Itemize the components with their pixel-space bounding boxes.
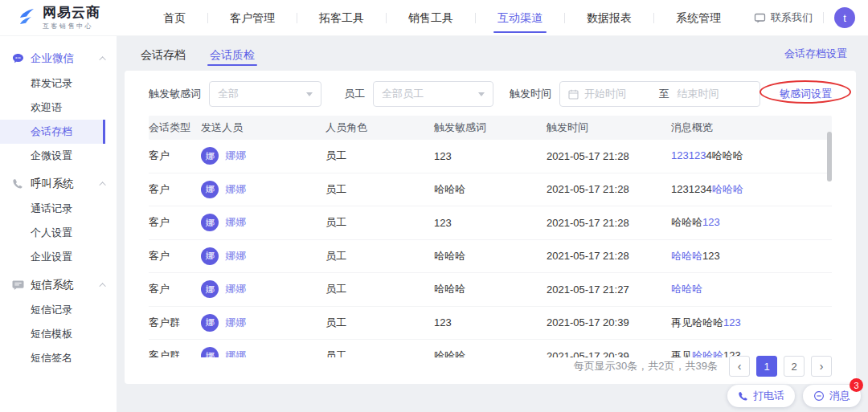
sensitive-word-select[interactable]: 全部 — [209, 81, 321, 107]
table-header-cell-3: 触发敏感词 — [434, 120, 547, 135]
phone-icon — [11, 177, 24, 190]
nav-item-5[interactable]: 数据报表 — [565, 0, 653, 35]
highlighted-word: 哈哈哈 — [671, 283, 702, 295]
cell-sender: 娜娜娜 — [201, 347, 326, 357]
table-header-cell-5: 消息概览 — [671, 120, 832, 135]
cell-conversation-type: 客户 — [149, 182, 201, 197]
cell-message-preview[interactable]: 1231234哈哈哈 — [671, 149, 832, 163]
row-avatar: 娜 — [201, 181, 219, 198]
staff-select[interactable]: 全部员工 — [373, 81, 493, 107]
cell-sender: 娜娜娜 — [201, 147, 326, 165]
topbar-right: 联系我们 t — [754, 7, 868, 28]
chevron-up-icon — [99, 182, 105, 188]
sender-name-link[interactable]: 娜娜 — [225, 182, 246, 197]
cell-conversation-type: 客户 — [149, 215, 201, 230]
table-header-cell-4: 触发时间 — [547, 120, 671, 135]
prev-page-button[interactable]: ‹ — [729, 356, 750, 377]
call-button[interactable]: 打电话 — [727, 385, 795, 407]
sender-name-link[interactable]: 娜娜 — [225, 316, 246, 330]
tab-0[interactable]: 会话存档 — [141, 36, 186, 71]
staff-select-value: 全部员工 — [382, 87, 424, 101]
nav-item-0[interactable]: 首页 — [141, 0, 207, 35]
highlighted-word: 哈哈哈 — [712, 183, 743, 195]
sidebar-item-2-2[interactable]: 短信签名 — [0, 346, 117, 370]
nav-item-2[interactable]: 拓客工具 — [297, 0, 386, 35]
sidebar-group-0[interactable]: 企业微信 — [0, 46, 117, 71]
nav-item-4[interactable]: 互动渠道 — [476, 0, 564, 35]
cell-sender: 娜娜娜 — [201, 280, 326, 298]
contact-us-link[interactable]: 联系我们 — [754, 10, 813, 25]
sender-name-link[interactable]: 娜娜 — [225, 215, 246, 230]
cell-sensitive-word: 哈哈哈 — [434, 182, 547, 197]
sidebar-item-1-2[interactable]: 企业设置 — [0, 245, 117, 269]
end-time-placeholder: 结束时间 — [678, 87, 752, 101]
cell-sender: 娜娜娜 — [201, 181, 326, 198]
sensitive-word-select-value: 全部 — [218, 87, 239, 101]
sidebar-item-0-3[interactable]: 企微设置 — [0, 144, 117, 168]
nav-item-1[interactable]: 客户管理 — [208, 0, 297, 35]
sender-name-link[interactable]: 娜娜 — [225, 282, 246, 296]
table-row: 客户娜娜娜员工1232021-05-17 21:28哈哈哈123 — [149, 206, 832, 240]
sender-name-link[interactable]: 娜娜 — [225, 349, 246, 357]
next-page-button[interactable]: › — [811, 356, 832, 377]
sender-name-link[interactable]: 娜娜 — [225, 149, 246, 163]
sidebar-item-0-1[interactable]: 欢迎语 — [0, 96, 117, 120]
tab-1[interactable]: 会话质检 — [210, 36, 255, 71]
call-button-label: 打电话 — [753, 389, 784, 403]
topbar-divider — [823, 12, 824, 23]
table-row: 客户群娜娜娜员工1232021-05-17 20:39再见哈哈哈123 — [149, 307, 832, 341]
message-button[interactable]: 消息 3 — [803, 385, 861, 407]
sidebar-item-2-0[interactable]: 短信记录 — [0, 298, 117, 322]
cell-conversation-type: 客户 — [149, 282, 201, 296]
cell-trigger-time: 2021-05-17 20:39 — [547, 316, 671, 328]
sidebar-item-0-2[interactable]: 会话存档 — [0, 120, 105, 144]
cell-message-preview[interactable]: 1231234哈哈哈 — [671, 182, 832, 197]
sidebar-item-1-0[interactable]: 通话记录 — [0, 197, 117, 221]
cell-role: 员工 — [326, 149, 434, 163]
sensitive-word-settings-link[interactable]: 敏感词设置 — [780, 87, 832, 101]
sidebar-group-2[interactable]: 短信系统 — [0, 272, 117, 298]
sidebar-group-label: 企业微信 — [31, 51, 74, 66]
cell-sensitive-word: 哈哈哈 — [434, 249, 547, 263]
cell-sensitive-word: 哈哈哈 — [434, 349, 547, 357]
pagination-summary: 每页显示30条，共2页，共39条 — [574, 359, 718, 373]
sidebar-group-1[interactable]: 呼叫系统 — [0, 171, 117, 197]
nav-item-3[interactable]: 销售工具 — [387, 0, 475, 35]
sender-name-link[interactable]: 娜娜 — [225, 249, 246, 263]
cell-sender: 娜娜娜 — [201, 314, 326, 332]
sidebar-item-0-0[interactable]: 群发记录 — [0, 71, 117, 96]
cell-message-preview[interactable]: 哈哈哈123 — [671, 249, 832, 263]
message-badge: 3 — [850, 378, 863, 392]
cell-role: 员工 — [326, 249, 434, 263]
table-header: 会话类型发送人员人员角色触发敏感词触发时间消息概览 — [149, 116, 832, 140]
logo[interactable]: 网易云商 互客销售中心 — [0, 6, 127, 31]
range-to-label: 至 — [659, 87, 669, 101]
chevron-up-icon — [99, 56, 105, 63]
date-range-input[interactable]: 开始时间 至 结束时间 — [559, 81, 760, 107]
content-card: 触发敏感词 全部 员工 全部员工 触发时间 — [125, 71, 856, 384]
floating-actions: 打电话 消息 3 — [727, 385, 861, 407]
chat-icon — [754, 12, 766, 24]
cell-message-preview[interactable]: 哈哈哈123 — [671, 215, 832, 230]
cell-message-preview[interactable]: 哈哈哈 — [671, 282, 832, 296]
main-nav: 首页客户管理拓客工具销售工具互动渠道数据报表系统管理 — [141, 0, 743, 35]
cell-message-preview[interactable]: 再见哈哈哈123 — [671, 316, 832, 330]
sensitive-word-settings-label: 敏感词设置 — [780, 88, 832, 100]
highlighted-word: 123 — [723, 316, 741, 328]
sidebar-item-2-1[interactable]: 短信模板 — [0, 322, 117, 346]
archive-settings-link[interactable]: 会话存档设置 — [784, 47, 847, 61]
page-button-2[interactable]: 2 — [784, 356, 805, 377]
sidebar-item-1-1[interactable]: 个人设置 — [0, 221, 117, 245]
table-row: 客户娜娜娜员工哈哈哈2021-05-17 21:281231234哈哈哈 — [149, 173, 832, 207]
table-scrollbar[interactable] — [827, 132, 832, 182]
trigger-time-filter-label: 触发时间 — [510, 87, 551, 101]
message-icon — [813, 390, 825, 402]
cell-role: 员工 — [326, 182, 434, 197]
nav-item-6[interactable]: 系统管理 — [654, 0, 743, 35]
sidebar: 企业微信群发记录欢迎语会话存档企微设置呼叫系统通话记录个人设置企业设置短信系统短… — [0, 36, 117, 412]
cell-conversation-type: 客户群 — [149, 316, 201, 330]
chevron-down-icon — [478, 92, 485, 96]
avatar[interactable]: t — [834, 7, 855, 28]
filter-bar: 触发敏感词 全部 员工 全部员工 触发时间 — [125, 71, 856, 116]
page-button-1[interactable]: 1 — [756, 356, 777, 377]
